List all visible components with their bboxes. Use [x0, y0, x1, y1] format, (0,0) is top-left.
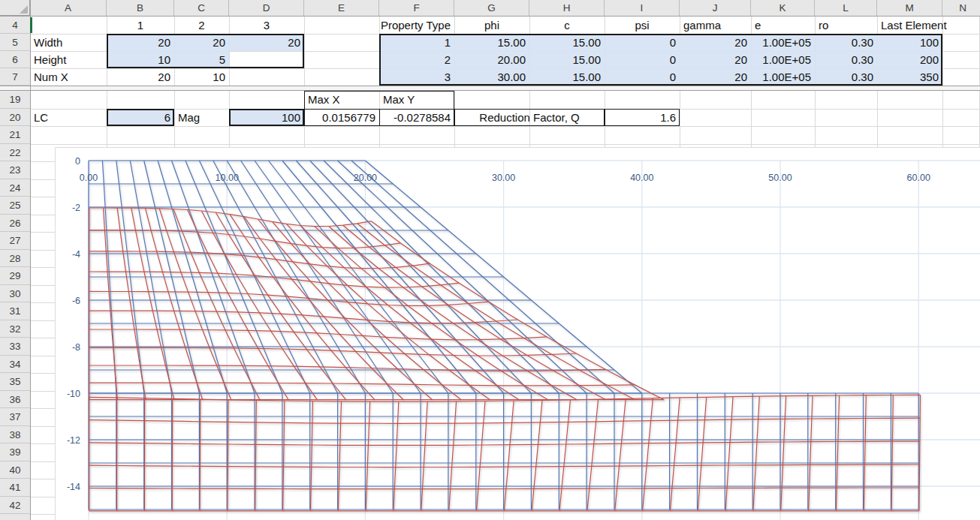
row-header-7[interactable]: 7: [0, 68, 30, 86]
cell-C4[interactable]: 2: [178, 17, 225, 34]
cell-M6[interactable]: 200: [855, 51, 939, 68]
cell-C7[interactable]: 10: [152, 68, 225, 86]
row-header-33[interactable]: 33: [0, 338, 30, 356]
cell-G20[interactable]: Reduction Factor, Q: [458, 109, 601, 127]
row-header-34[interactable]: 34: [0, 356, 30, 374]
select-all-corner[interactable]: [0, 0, 30, 16]
row-header-23[interactable]: 23: [0, 161, 30, 179]
row-header-40[interactable]: 40: [0, 461, 30, 479]
col-header-G[interactable]: G: [454, 0, 529, 16]
y-axis-tick-labels: 0-2-4-6-8-10-12-14: [67, 156, 80, 492]
cell-E19[interactable]: Max X: [308, 91, 375, 109]
col-header-J[interactable]: J: [680, 0, 751, 16]
x-tick-label: 10.00: [216, 173, 239, 183]
row-header-28[interactable]: 28: [0, 250, 30, 268]
row-header-border: [30, 0, 31, 520]
hidden-rows-divider-line: [0, 86, 980, 86]
x-tick-label: 60.00: [907, 173, 930, 183]
row-header-37[interactable]: 37: [0, 408, 30, 426]
row-header-31[interactable]: 31: [0, 302, 30, 320]
col-header-B[interactable]: B: [107, 0, 174, 16]
cell-M5[interactable]: 100: [855, 34, 939, 51]
cell-H4[interactable]: c: [533, 17, 601, 34]
mesh-chart-object[interactable]: 0.0010.0020.0030.0040.0050.0060.000-2-4-…: [55, 147, 980, 520]
active-cell-marker: [30, 17, 32, 33]
y-tick-label: -6: [72, 296, 80, 306]
col-header-E[interactable]: E: [304, 0, 379, 16]
col-header-A[interactable]: A: [30, 0, 107, 16]
cell-F20[interactable]: -0.0278584: [357, 109, 451, 127]
cell-L4[interactable]: ro: [819, 17, 873, 34]
hidden-rows-divider-line: [0, 90, 980, 91]
row-header-43[interactable]: [0, 514, 30, 520]
row-header-6[interactable]: 6: [0, 51, 30, 68]
row-header-24[interactable]: 24: [0, 179, 30, 197]
gridline: [30, 144, 980, 145]
cell-D4[interactable]: 3: [233, 17, 300, 34]
excel-worksheet: ABCDEFGHIJKLMN45671920212223242526272829…: [0, 0, 980, 520]
y-tick-label: -14: [67, 482, 80, 492]
col-header-F[interactable]: F: [379, 0, 454, 16]
y-tick-label: -12: [67, 435, 80, 446]
row-header-30[interactable]: 30: [0, 285, 30, 303]
cell-M7[interactable]: 350: [855, 68, 939, 86]
col-header-H[interactable]: H: [529, 0, 605, 16]
y-tick-label: -2: [72, 203, 80, 213]
row-header-42[interactable]: 42: [0, 497, 30, 515]
x-tick-label: 20.00: [354, 173, 377, 183]
row-header-25[interactable]: 25: [0, 197, 30, 215]
mesh-plot: 0.0010.0020.0030.0040.0050.0060.000-2-4-…: [56, 148, 980, 520]
row-header-27[interactable]: 27: [0, 232, 30, 250]
cell-M4[interactable]: Last Element: [881, 17, 939, 34]
cell-D5[interactable]: 20: [207, 34, 300, 51]
cell-B4[interactable]: 1: [110, 17, 170, 34]
col-header-C[interactable]: C: [174, 0, 229, 16]
row-header-35[interactable]: 35: [0, 373, 30, 391]
row-header-38[interactable]: 38: [0, 426, 30, 444]
row-header-26[interactable]: 26: [0, 215, 30, 233]
y-tick-label: -8: [72, 342, 80, 353]
row-header-5[interactable]: 5: [0, 34, 30, 51]
cell-K4[interactable]: e: [755, 17, 811, 34]
x-tick-label: 0.00: [80, 173, 98, 183]
y-tick-label: -4: [72, 249, 80, 260]
cell-I4[interactable]: psi: [608, 17, 676, 34]
row-header-4[interactable]: 4: [0, 17, 30, 34]
row-header-22[interactable]: 22: [0, 144, 30, 162]
row-header-21[interactable]: 21: [0, 126, 30, 144]
cell-C6[interactable]: 5: [152, 51, 225, 68]
cell-F4[interactable]: Property Type: [357, 17, 451, 34]
row-header-19[interactable]: 19: [0, 91, 30, 109]
x-tick-label: 30.00: [492, 173, 515, 183]
y-tick-label: 0: [75, 156, 80, 167]
row-header-20[interactable]: 20: [0, 109, 30, 127]
cell-F19[interactable]: Max Y: [383, 91, 451, 109]
gridline: [30, 126, 980, 127]
cell-J4[interactable]: gamma: [683, 17, 747, 34]
cell-G4[interactable]: phi: [458, 17, 526, 34]
col-header-N[interactable]: N: [942, 0, 980, 16]
col-header-M[interactable]: M: [877, 0, 942, 16]
row-header-32[interactable]: 32: [0, 320, 30, 338]
x-tick-label: 40.00: [630, 173, 653, 183]
x-tick-label: 50.00: [768, 173, 792, 183]
cell-I20[interactable]: 1.6: [582, 109, 676, 127]
row-header-29[interactable]: 29: [0, 267, 30, 285]
col-header-L[interactable]: L: [815, 0, 877, 16]
col-header-D[interactable]: D: [229, 0, 304, 16]
col-header-I[interactable]: I: [605, 0, 680, 16]
row-header-36[interactable]: 36: [0, 391, 30, 409]
row-header-41[interactable]: 41: [0, 479, 30, 497]
row-header-39[interactable]: 39: [0, 443, 30, 461]
cell-B20[interactable]: 6: [84, 109, 170, 127]
y-tick-label: -10: [67, 389, 80, 399]
col-header-K[interactable]: K: [751, 0, 815, 16]
